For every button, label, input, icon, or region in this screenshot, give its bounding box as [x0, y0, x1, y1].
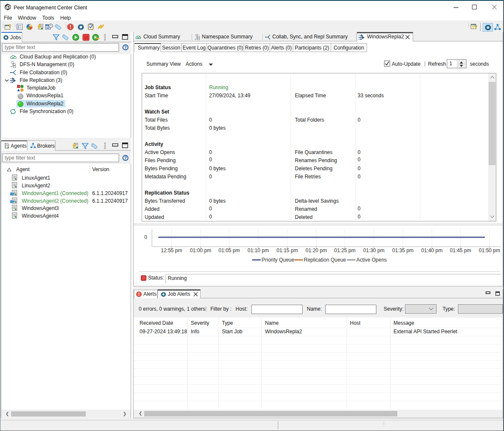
svg-text:0: 0: [144, 234, 147, 240]
svg-text:01:30 pm: 01:30 pm: [363, 248, 385, 253]
svg-text:01:10 pm: 01:10 pm: [248, 248, 269, 253]
svg-text:01:50 pm: 01:50 pm: [479, 248, 500, 253]
svg-text:01:40 pm: 01:40 pm: [421, 248, 443, 253]
svg-text:01:45 pm: 01:45 pm: [450, 248, 471, 253]
svg-text:01:05 pm: 01:05 pm: [218, 248, 240, 253]
svg-text:01:20 pm: 01:20 pm: [306, 248, 327, 253]
svg-text:Replication Queue: Replication Queue: [304, 257, 346, 263]
svg-text:Active Opens: Active Opens: [356, 257, 387, 263]
svg-text:Priority Queue: Priority Queue: [262, 257, 294, 263]
svg-text:01:00 pm: 01:00 pm: [190, 248, 211, 253]
svg-text:01:25 pm: 01:25 pm: [334, 248, 355, 253]
svg-text:12:55 pm: 12:55 pm: [161, 248, 182, 253]
svg-text:01:35 pm: 01:35 pm: [392, 248, 414, 253]
svg-text:01:15 pm: 01:15 pm: [277, 248, 298, 253]
